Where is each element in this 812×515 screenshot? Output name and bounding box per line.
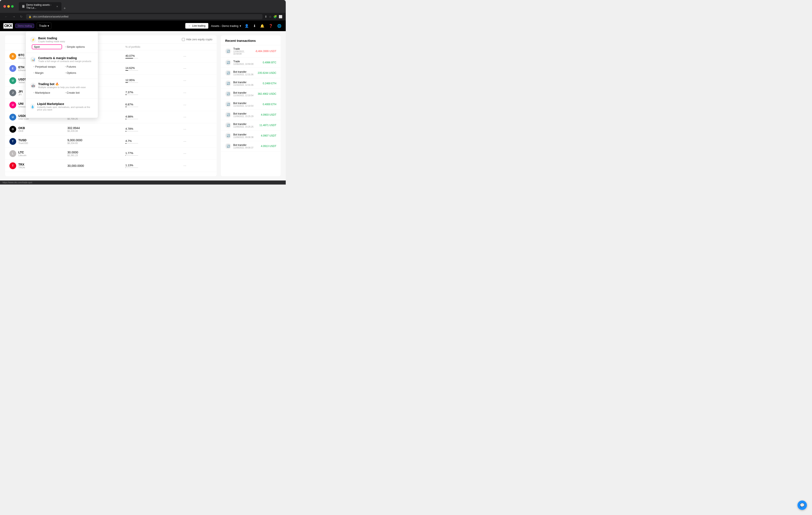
asset-more-btn[interactable]: ··· — [183, 115, 212, 119]
address-bar[interactable]: 🔒 okx.com/balance/assets/unified — [26, 14, 262, 19]
asset-name: Tether — [18, 81, 26, 84]
transactions-title: Recent transactions — [221, 35, 281, 45]
options-menu-item[interactable]: Options — [63, 71, 94, 75]
simple-options-menu-item[interactable]: Simple options — [63, 44, 94, 49]
help-icon[interactable]: ❓ — [268, 23, 274, 29]
table-row: O OKB OKB 302.8944 $6,439.08 4.78% ··· — [5, 123, 216, 135]
trading-bot-items: Marketplace Create bot — [30, 90, 94, 95]
basic-trading-subtitle: Crypto trading made easy — [38, 40, 65, 43]
asset-pct: 40.07% — [125, 54, 183, 57]
tx-info: Bot transfer 11/09/2022, 09:08:38 — [233, 133, 259, 138]
asset-more-btn[interactable]: ··· — [183, 127, 212, 131]
asset-name: OKB — [18, 130, 25, 132]
tx-icon: 🔄 — [225, 143, 231, 149]
new-tab-btn[interactable]: + — [62, 6, 67, 11]
tx-icon: 🔄 — [225, 80, 231, 86]
asset-symbol: USDT — [18, 78, 26, 81]
trading-bot-section: 🤖 Trading bot 🔥 Multiple strategies to h… — [26, 81, 98, 97]
futures-menu-item[interactable]: Futures — [63, 64, 94, 69]
download-icon[interactable]: ⬇ — [252, 23, 257, 29]
list-item: 🔄 Trade 12/06/2022, 10:59:09 0.4996 BTC — [221, 57, 281, 68]
forward-btn[interactable]: → — [11, 15, 17, 19]
browser-titlebar: O Demo trading assets - The Le... ✕ + — [0, 2, 286, 13]
tx-amount: 382.4902 USDC — [258, 92, 277, 96]
marketplace-menu-item[interactable]: Marketplace — [32, 90, 62, 95]
asset-pct: 4.7% — [125, 139, 183, 142]
tx-icon: 🔄 — [225, 48, 231, 54]
contracts-header: 📊 Contracts & margin trading Trade a ful… — [30, 56, 94, 62]
asset-amount: 302.8944 — [67, 126, 125, 130]
trading-bot-subtitle: Multiple strategies to help you trade wi… — [38, 86, 86, 88]
bell-icon[interactable]: 🔔 — [259, 23, 265, 29]
asset-symbol: BTC — [18, 53, 25, 57]
tx-info: Bot transfer 11/16/2022, 12:10:54 — [233, 91, 256, 97]
reload-btn[interactable]: ↻ — [19, 15, 24, 19]
traffic-lights — [3, 5, 13, 8]
lock-icon: 🔒 — [29, 16, 32, 18]
maximize-traffic-light[interactable] — [11, 5, 13, 8]
asset-more-btn[interactable]: ··· — [183, 152, 212, 156]
close-traffic-light[interactable] — [3, 5, 6, 8]
contracts-section: 📊 Contracts & margin trading Trade a ful… — [26, 55, 98, 77]
tx-type: Trade — [233, 60, 261, 63]
minimize-traffic-light[interactable] — [7, 5, 10, 8]
asset-pct: 1.13% — [125, 164, 183, 167]
asset-more-btn[interactable]: ··· — [183, 54, 212, 58]
basic-trading-header: ⚡ Basic trading Crypto trading made easy — [30, 36, 94, 43]
profile-icon[interactable]: 👤 — [244, 23, 250, 29]
tab-close-btn[interactable]: ✕ — [56, 5, 58, 8]
asset-more-btn[interactable]: ··· — [183, 79, 212, 83]
tx-info: Trade 12/06/2022, 10:59:09 — [233, 47, 253, 55]
logo: OKX — [3, 23, 13, 29]
asset-bar — [125, 155, 138, 156]
extension-btn[interactable]: 🧩 — [273, 15, 277, 18]
globe-icon[interactable]: 🌐 — [277, 23, 282, 29]
window-btn[interactable]: ⬜ — [279, 15, 282, 18]
asset-bar-fill — [125, 70, 128, 71]
asset-bar-fill — [125, 58, 133, 58]
spot-menu-item[interactable]: Spot — [32, 44, 62, 49]
list-item: 🔄 Bot transfer 11/16/2022, 12:10:54 382.… — [221, 89, 281, 99]
hide-zero-checkbox[interactable] — [182, 38, 185, 41]
back-btn[interactable]: ← — [3, 15, 9, 19]
asset-icon-uni: U — [9, 102, 16, 108]
perpetual-swaps-menu-item[interactable]: Perpetual swaps — [32, 64, 62, 69]
trade-menu-btn[interactable]: Trade ▾ — [37, 23, 51, 29]
trade-caret-icon: ▾ — [48, 24, 49, 28]
asset-more-btn[interactable]: ··· — [183, 139, 212, 143]
asset-symbol: JFI — [18, 90, 23, 93]
hide-zero-label[interactable]: Hide zero equity crypto — [182, 38, 212, 41]
tab-title: Demo trading assets - The Le... — [26, 3, 55, 9]
tx-amount: 11.4871 USDT — [260, 124, 277, 127]
trading-bot-header: 🤖 Trading bot 🔥 Multiple strategies to h… — [30, 82, 94, 88]
status-bar: https://www.okx.com/trade-spot — [0, 181, 286, 185]
asset-info: O OKB OKB — [9, 126, 67, 133]
create-bot-menu-item[interactable]: Create bot — [63, 90, 94, 95]
margin-menu-item[interactable]: Margin — [32, 71, 62, 75]
asset-bar — [125, 70, 138, 71]
tx-amount: 0.4996 BTC — [263, 61, 277, 64]
asset-amount: 9,000.0000 — [67, 138, 125, 142]
active-tab[interactable]: O Demo trading assets - The Le... ✕ — [19, 2, 61, 11]
browser-actions: ⬆ ☆ 🧩 ⬜ — [265, 15, 282, 18]
address-text: okx.com/balance/assets/unified — [33, 15, 68, 18]
asset-icon-eth: E — [9, 65, 16, 72]
asset-more-btn[interactable]: ··· — [183, 103, 212, 107]
tx-date: 11/09/2022, 15:25:29 — [233, 115, 259, 117]
asset-more-btn[interactable]: ··· — [183, 66, 212, 71]
liquid-section: 💧 Liquid Marketplace Instantly trade spo… — [26, 101, 98, 114]
share-btn[interactable]: ⬆ — [265, 15, 267, 18]
asset-more-btn[interactable]: ··· — [183, 164, 212, 168]
asset-icon-jfi: J — [9, 89, 16, 96]
bookmark-btn[interactable]: ☆ — [269, 15, 272, 18]
assets-demo-btn[interactable]: Assets - Demo trading ▾ — [211, 24, 241, 28]
demo-trading-badge[interactable]: Demo trading — [16, 24, 34, 28]
tx-date: 12/06/2022, 10:59:09 — [233, 50, 253, 55]
asset-more-btn[interactable]: ··· — [183, 91, 212, 95]
asset-icon-okb: O — [9, 126, 16, 133]
live-trading-btn[interactable]: Live trading — [185, 23, 208, 29]
asset-icon-trx: T — [9, 162, 16, 169]
asset-bar-fill — [125, 119, 126, 119]
assets-caret-icon: ▾ — [240, 24, 241, 28]
contracts-title: Contracts & margin trading — [38, 56, 91, 60]
